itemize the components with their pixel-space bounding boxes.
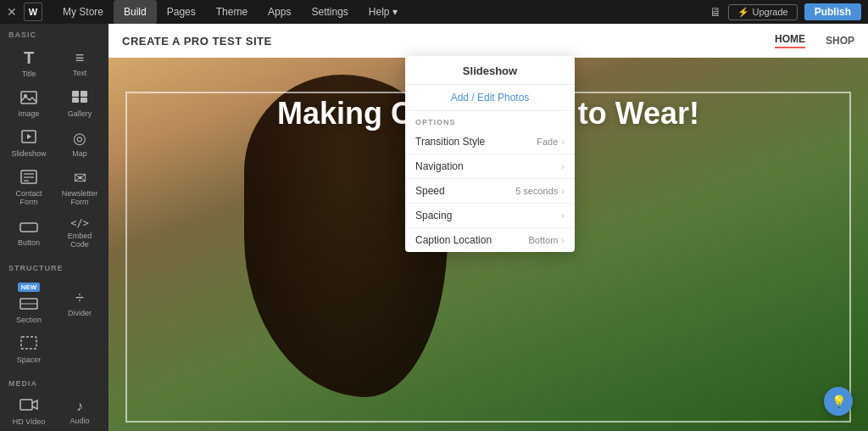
speed-label: Speed [415,185,515,197]
svg-rect-4 [72,98,79,103]
sidebar-item-map-label: Map [72,149,87,158]
sidebar-item-slideshow[interactable]: Slideshow [3,123,54,163]
new-badge: NEW [18,283,41,292]
section-label-media: MEDIA [0,372,108,391]
nav-pages[interactable]: Pages [157,0,206,24]
sidebar-item-map[interactable]: ◎ Map [54,123,105,163]
sidebar-item-embed-code[interactable]: </> Embed Code [54,211,105,254]
top-navigation: ✕ W My Store Build Pages Theme Apps Sett… [0,0,868,24]
chevron-icon-transition: › [561,137,565,147]
audio-icon: ♪ [76,400,83,413]
sidebar-item-audio-label: Audio [70,417,89,425]
svg-rect-2 [72,91,79,97]
sidebar-item-contact-form[interactable]: Contact Form [3,163,54,211]
image-icon [20,91,37,106]
sidebar-item-section[interactable]: NEW Section [3,276,54,329]
left-sidebar: BASIC T Title ≡ Text Image [0,24,108,431]
sidebar-item-contact-form-label: Contact Form [7,189,51,206]
transition-style-label: Transition Style [415,136,537,148]
sidebar-item-section-label: Section [16,316,42,324]
help-bubble[interactable]: 💡 [824,387,853,416]
page-nav-links: HOME SHOP [775,33,854,48]
option-spacing[interactable]: Spacing › [405,204,575,228]
popup-options-label: OPTIONS [405,111,575,130]
sidebar-item-audio[interactable]: ♪ Audio [54,391,105,431]
nav-help[interactable]: Help ▾ [359,0,408,24]
content-area: CREATE A PRO TEST SITE HOME SHOP Making … [108,24,868,431]
help-icon: 💡 [832,395,846,408]
sidebar-item-image-label: Image [18,109,39,118]
nav-settings[interactable]: Settings [301,0,358,24]
close-button[interactable]: ✕ [7,5,17,19]
svg-rect-3 [81,91,87,97]
section-icon [19,297,38,312]
option-caption-location[interactable]: Caption Location Bottom › [405,228,575,252]
media-grid: HD Video ♪ Audio Document [0,391,108,431]
upgrade-button[interactable]: ⚡ Upgrade [728,4,797,20]
caption-location-label: Caption Location [415,234,528,246]
nav-my-store[interactable]: My Store [53,0,114,24]
nav-link-home[interactable]: HOME [775,33,805,48]
sidebar-item-hd-video[interactable]: HD Video [3,391,54,431]
sidebar-item-spacer[interactable]: Spacer [3,329,54,369]
sidebar-item-button-label: Button [18,238,40,247]
svg-rect-0 [21,92,36,104]
sidebar-item-gallery[interactable]: Gallery [54,83,105,123]
chevron-icon-spacing: › [561,210,565,221]
embed-code-icon: </> [70,218,89,228]
sidebar-item-divider-label: Divider [68,309,92,317]
divider-icon: ÷ [75,290,84,305]
nav-apps[interactable]: Apps [258,0,301,24]
sidebar-item-divider[interactable]: ÷ Divider [54,276,105,329]
option-transition-style[interactable]: Transition Style Fade › [405,130,575,154]
chevron-icon-navigation: › [561,161,565,171]
popup-title: Slideshow [405,56,575,85]
spacing-label: Spacing [415,210,558,221]
map-icon: ◎ [73,131,86,146]
speed-value: 5 seconds [515,186,558,196]
section-label-basic: BASIC [0,24,108,42]
caption-location-value: Bottom [528,235,558,245]
structure-grid: NEW Section ÷ Divider [0,276,108,372]
publish-button[interactable]: Publish [804,3,861,20]
main-layout: BASIC T Title ≡ Text Image [0,24,868,431]
navigation-label: Navigation [415,160,558,172]
site-title: CREATE A PRO TEST SITE [122,35,272,48]
title-icon: T [24,49,34,66]
sidebar-item-button[interactable]: Button [3,211,54,254]
sidebar-item-newsletter-label: Newsletter Form [58,189,102,206]
button-icon [19,220,38,235]
svg-rect-5 [81,98,87,103]
slideshow-icon [19,130,38,146]
weebly-logo: W [24,3,42,21]
newsletter-form-icon: ✉ [74,171,86,186]
option-speed[interactable]: Speed 5 seconds › [405,179,575,204]
sidebar-item-title-label: Title [22,70,36,78]
nav-link-shop[interactable]: SHOP [826,35,854,47]
monitor-icon[interactable]: 🖥 [709,5,721,19]
right-actions: 🖥 ⚡ Upgrade Publish [709,3,861,20]
sidebar-item-hd-video-label: HD Video [13,417,45,426]
sidebar-item-spacer-label: Spacer [17,355,42,364]
sidebar-item-title[interactable]: T Title [3,42,54,83]
sidebar-item-newsletter-form[interactable]: ✉ Newsletter Form [54,163,105,211]
svg-rect-12 [20,223,37,232]
sidebar-item-text[interactable]: ≡ Text [54,42,105,83]
chevron-icon-caption: › [561,235,565,245]
text-icon: ≡ [75,50,85,65]
basic-grid: T Title ≡ Text Image [0,42,108,257]
contact-form-icon [20,170,37,186]
hd-video-icon [19,398,38,414]
sidebar-item-embed-label: Embed Code [58,232,102,249]
sidebar-item-image[interactable]: Image [3,83,54,123]
option-navigation[interactable]: Navigation › [405,154,575,179]
chevron-icon-speed: › [561,186,565,196]
add-edit-photos-link[interactable]: Add / Edit Photos [405,85,575,111]
content-header: CREATE A PRO TEST SITE HOME SHOP [108,24,868,58]
nav-theme[interactable]: Theme [206,0,258,24]
svg-marker-7 [27,134,31,139]
nav-build[interactable]: Build [114,0,157,24]
sidebar-item-text-label: Text [73,69,87,77]
transition-style-value: Fade [537,137,558,147]
gallery-icon [71,90,88,106]
